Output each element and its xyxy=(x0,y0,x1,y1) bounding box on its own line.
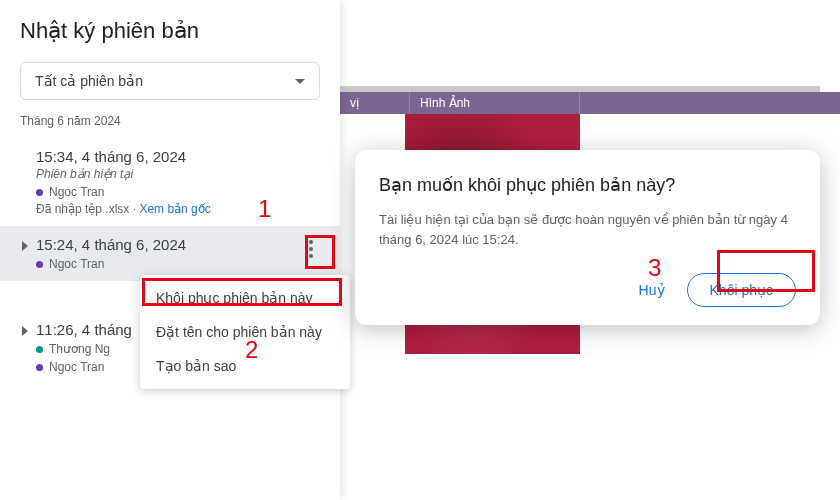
filter-label: Tất cả phiên bản xyxy=(35,73,143,89)
user-dot-icon xyxy=(36,261,43,268)
version-timestamp: 15:34, 4 tháng 6, 2024 xyxy=(36,148,320,165)
annotation-box-3 xyxy=(717,250,815,292)
annotation-number-2: 2 xyxy=(245,336,258,364)
dialog-body: Tài liệu hiện tại của bạn sẽ được hoàn n… xyxy=(379,210,796,249)
version-filter-dropdown[interactable]: Tất cả phiên bản xyxy=(20,62,320,100)
version-user: Ngoc Tran xyxy=(36,185,320,199)
user-dot-icon xyxy=(36,189,43,196)
month-heading: Tháng 6 năm 2024 xyxy=(0,114,340,128)
version-note: Đã nhập tệp .xlsx · Xem bản gốc xyxy=(36,202,320,216)
annotation-box-menu xyxy=(142,278,342,306)
caret-down-icon xyxy=(295,79,305,84)
column-header: vị xyxy=(340,92,410,114)
dialog-title: Bạn muốn khôi phục phiên bản này? xyxy=(379,174,796,196)
version-history-panel: Nhật ký phiên bản Tất cả phiên bản Tháng… xyxy=(0,0,340,500)
expand-triangle-icon[interactable] xyxy=(22,241,28,251)
version-item-selected[interactable]: 15:24, 4 tháng 6, 2024 Ngoc Tran xyxy=(0,226,340,281)
version-subtitle: Phiên bản hiện tại xyxy=(36,167,320,181)
annotation-box-1 xyxy=(305,235,335,269)
view-original-link[interactable]: Xem bản gốc xyxy=(139,202,210,216)
annotation-number-1: 1 xyxy=(258,195,271,223)
user-dot-icon xyxy=(36,346,43,353)
version-timestamp: 15:24, 4 tháng 6, 2024 xyxy=(36,236,320,253)
user-dot-icon xyxy=(36,364,43,371)
expand-triangle-icon[interactable] xyxy=(22,326,28,336)
panel-title: Nhật ký phiên bản xyxy=(0,18,340,44)
column-header: Hình Ảnh xyxy=(410,92,580,114)
version-user: Ngoc Tran xyxy=(36,257,320,271)
restore-dialog: Bạn muốn khôi phục phiên bản này? Tài li… xyxy=(355,150,820,325)
annotation-number-3: 3 xyxy=(648,254,661,282)
sheet-header-row: vị Hình Ảnh xyxy=(340,92,840,114)
version-item[interactable]: 15:34, 4 tháng 6, 2024 Phiên bản hiện tạ… xyxy=(0,138,340,226)
